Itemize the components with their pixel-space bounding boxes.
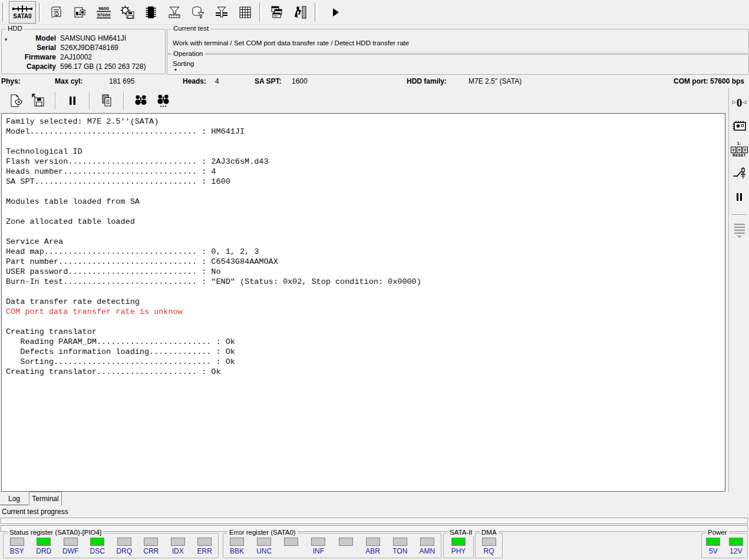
- sidebar-separator: [732, 214, 747, 216]
- terminal-line: Creating translator: [6, 327, 725, 337]
- firmware-button[interactable]: [116, 1, 138, 24]
- hdd-model-dropdown[interactable]: ▾: [3, 37, 9, 42]
- error-register-group: Error register (SATA0) BBKUNCINFABRTONAM…: [223, 533, 441, 558]
- exit-button[interactable]: [289, 1, 312, 24]
- toolbar-grip[interactable]: [39, 3, 41, 22]
- toolbar-separator: [89, 92, 90, 110]
- com-port-value: COM port: 57600 bps: [674, 77, 744, 85]
- heads-value: 4: [215, 77, 219, 85]
- terminal-line: Zone allocated table loaded: [6, 217, 725, 227]
- led-idx: IDX: [164, 538, 192, 558]
- current-test-text: Work with terminal / Set COM port data t…: [173, 39, 409, 47]
- svg-text:9600: 9600: [98, 6, 109, 11]
- power-switch-button[interactable]: [730, 164, 749, 183]
- toolbar-grip[interactable]: [2, 3, 5, 22]
- status-register-group: Status register (SATA0)-[PIO4] BSYDRDDWF…: [3, 533, 219, 558]
- pause-icon: [65, 93, 80, 108]
- tab-log[interactable]: Log: [0, 493, 28, 505]
- error-register-label: Error register (SATA0): [227, 529, 298, 536]
- terminal-output[interactable]: Family selected: M7E 2.5''(SATA)Model...…: [1, 113, 725, 492]
- drive-zero-button[interactable]: ▷0◁: [730, 93, 749, 112]
- power-group: Power 5V12V: [701, 533, 748, 558]
- progress-label: Current test progress: [2, 508, 68, 516]
- resources-button[interactable]: [69, 1, 91, 24]
- copy-pages-icon: [99, 93, 114, 108]
- play-icon: [329, 6, 342, 19]
- run-button[interactable]: [324, 1, 347, 24]
- main-toolbar: SATA0 i 9600 57600: [0, 0, 749, 25]
- sidebar-pause-button[interactable]: [730, 187, 749, 206]
- hdd-fields: ModelSAMSUNG HM641JISerialS26XJ9DB748169…: [9, 34, 163, 71]
- scroll-info-icon: i: [49, 5, 64, 20]
- save-floppy-arrow-icon: [31, 93, 46, 108]
- page-gear-icon: [8, 93, 24, 108]
- tab-terminal-label: Terminal: [32, 495, 58, 503]
- terminal-line: [6, 187, 725, 197]
- terminal-line: [6, 287, 725, 297]
- sata-bus-icon: [12, 5, 32, 13]
- operation-value: Sorting: [173, 60, 194, 67]
- max-cyl-value: 181 695: [109, 77, 134, 85]
- funnel-ruler-icon: [167, 5, 182, 20]
- svg-text:57600: 57600: [97, 12, 111, 18]
- right-sidebar: ▷0◁ 1↓ 000 RESET: [728, 88, 749, 492]
- binoculars-icon: [133, 93, 149, 108]
- toolbar-grip[interactable]: [315, 3, 317, 22]
- exit-door-icon: [293, 5, 308, 20]
- database-funnel-icon: [190, 5, 206, 20]
- new-report-button[interactable]: [6, 91, 25, 110]
- heads-label: Heads:: [183, 77, 206, 85]
- operation-group-label: Operation: [171, 50, 205, 58]
- pcb-card-button[interactable]: [730, 117, 749, 135]
- port-select-button[interactable]: SATA0: [9, 1, 36, 24]
- reset-counter-button[interactable]: 1↓ 000 RESET: [730, 140, 749, 159]
- hdd-field-row: ModelSAMSUNG HM641JI: [9, 34, 163, 43]
- current-test-group: Current test Work with terminal / Set CO…: [167, 29, 749, 54]
- save-report-button[interactable]: [29, 91, 48, 110]
- led-amn: AMN: [414, 538, 441, 558]
- copy-button[interactable]: [97, 91, 116, 110]
- windows-button[interactable]: [266, 1, 288, 24]
- led-bsy: BSY: [4, 538, 31, 558]
- terminal-line: Modules table loaded from SA: [6, 197, 725, 207]
- baud-rate-button[interactable]: 9600 57600: [93, 1, 115, 24]
- progress-bar-current: [1, 518, 748, 524]
- led-abr: ABR: [359, 538, 387, 558]
- sata2-group: SATA-II PHY: [443, 533, 474, 558]
- toolbar-grip[interactable]: [259, 3, 262, 22]
- terminal-line: [6, 227, 725, 237]
- grid-icon: [237, 5, 253, 20]
- test-select-button[interactable]: [163, 1, 186, 24]
- cascade-windows-icon: [269, 5, 285, 20]
- tab-terminal[interactable]: Terminal: [29, 492, 62, 505]
- led-rq: RQ: [476, 538, 502, 558]
- pcb-card-icon: [731, 118, 748, 134]
- led-blank: [332, 538, 359, 558]
- dma-label: DMA: [480, 529, 499, 536]
- terminal-line: Family selected: M7E 2.5''(SATA): [6, 117, 725, 127]
- reset-counter-icon: 1↓ 000 RESET: [731, 141, 748, 158]
- current-test-group-label: Current test: [171, 25, 210, 32]
- terminal-line: Technological ID: [6, 147, 725, 157]
- script-list-button[interactable]: [730, 220, 749, 239]
- grid-view-button[interactable]: [234, 1, 256, 24]
- terminal-line: Flash version...........................…: [6, 157, 725, 167]
- terminal-line: Model...................................…: [6, 127, 725, 137]
- pause-button[interactable]: [63, 91, 82, 110]
- port-label: SATA0: [13, 14, 31, 19]
- drive-info-button[interactable]: i: [45, 1, 68, 24]
- sorting-button[interactable]: [210, 1, 233, 24]
- find-button[interactable]: [131, 91, 150, 110]
- find-next-button[interactable]: [154, 91, 173, 110]
- phys-info-bar: Phys: Max cyl: 181 695 Heads: 4 SA SPT: …: [0, 75, 749, 88]
- chip-button[interactable]: [140, 1, 162, 24]
- led-blank: [278, 538, 305, 558]
- data-extract-button[interactable]: [187, 1, 209, 24]
- gear-floppy-icon: [120, 5, 135, 20]
- operation-dropdown[interactable]: ▾: [174, 67, 177, 72]
- terminal-toolbar: [0, 88, 728, 112]
- led-drq: DRQ: [111, 538, 138, 558]
- terminal-line: [6, 317, 725, 327]
- led-err: ERR: [192, 538, 219, 558]
- terminal-line: Burn-In test............................…: [6, 277, 725, 287]
